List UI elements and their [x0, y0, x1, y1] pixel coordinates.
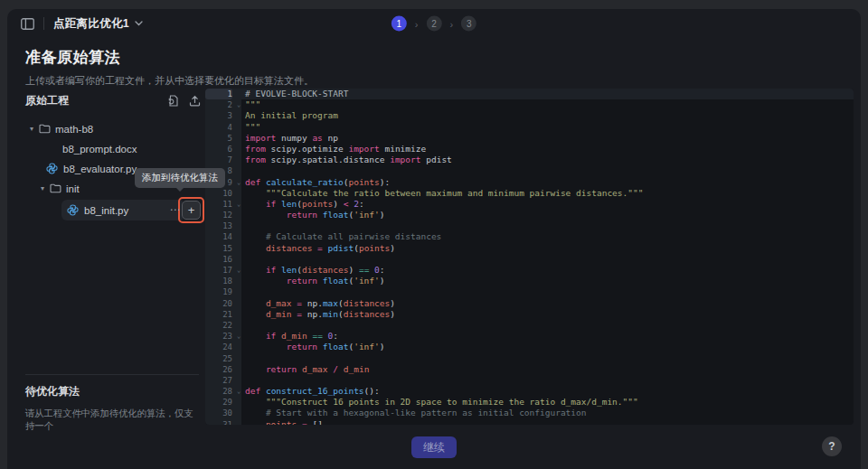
code-line: 16 — [205, 254, 854, 265]
code-text: distances = pdist(points) — [245, 243, 395, 254]
line-number: 29 — [205, 397, 232, 408]
folder-icon — [50, 183, 61, 193]
fold-caret-icon[interactable]: ⌄ — [232, 199, 245, 210]
project-title-dropdown[interactable]: 点距离比优化1 — [53, 16, 143, 32]
line-number: 6 — [205, 144, 232, 155]
code-line: 21 d_min = np.min(distances) — [205, 309, 854, 320]
sidebar-header: 原始工程 — [25, 90, 203, 110]
tree-file-b8-init[interactable]: b8_init.py + — [61, 200, 184, 220]
code-line: 19 — [205, 286, 854, 297]
page-title: 准备原始算法 — [25, 47, 843, 68]
python-file-icon — [67, 204, 79, 216]
code-line: 30 # Start with a hexagonal-like pattern… — [205, 408, 854, 418]
code-line: 5import numpy as np — [205, 133, 854, 144]
caret-down-icon[interactable]: ▾ — [27, 125, 36, 133]
fold-caret-icon[interactable]: ⌄ — [232, 331, 245, 342]
file-sync-icon[interactable] — [165, 92, 181, 108]
code-text: def construct_16_points(): — [245, 386, 380, 397]
code-text: An initial program — [245, 110, 338, 121]
line-number: 13 — [205, 220, 232, 231]
code-text: if len(points) < 2: — [245, 199, 364, 210]
code-line: 4""" — [205, 122, 854, 133]
pending-section-desc: 请从工程文件中添加待优化的算法，仅支持一个 — [25, 408, 199, 433]
code-text: return d_max / d_min — [245, 364, 369, 375]
code-line: 3An initial program — [205, 110, 854, 121]
step-3[interactable]: 3 — [461, 16, 476, 32]
tree-file-prompt-docx[interactable]: b8_prompt.docx — [25, 139, 203, 158]
code-text: """ — [245, 122, 260, 133]
more-options-button[interactable]: ⋯ — [168, 202, 183, 217]
code-text: """Construct 16 points in 2D space to mi… — [245, 397, 638, 408]
code-line: 7from scipy.spatial.distance import pdis… — [205, 155, 854, 165]
app-card: 点距离比优化1 1 › 2 › 3 准备原始算法 上传或者编写你的工程文件，并从… — [7, 9, 861, 469]
add-tooltip: 添加到待优化算法 — [135, 168, 225, 188]
fold-caret-icon[interactable]: ⌄ — [232, 265, 245, 276]
line-number: 2 — [205, 99, 232, 110]
code-text: if d_min == 0: — [245, 331, 338, 342]
add-to-optimize-button[interactable]: + — [182, 201, 201, 220]
pending-algorithm-section: 待优化算法 请从工程文件中添加待优化的算法，仅支持一个 — [25, 374, 199, 433]
line-number: 17 — [205, 265, 232, 276]
code-line: 20 d_max = np.max(distances) — [205, 298, 854, 309]
line-number: 24 — [205, 342, 232, 352]
code-text: return float('inf') — [245, 276, 385, 286]
code-line: 28⌄def construct_16_points(): — [205, 386, 854, 397]
line-number: 25 — [205, 353, 232, 364]
line-number: 23 — [205, 331, 232, 342]
line-number: 7 — [205, 155, 232, 165]
code-text: # Start with a hexagonal-like pattern as… — [245, 408, 587, 418]
step-chevron-icon: › — [450, 18, 454, 29]
line-number: 21 — [205, 309, 232, 320]
step-2[interactable]: 2 — [427, 16, 442, 32]
help-button[interactable]: ? — [822, 436, 842, 456]
line-number: 12 — [205, 210, 232, 220]
line-number: 3 — [205, 110, 232, 121]
sidebar-toggle-icon[interactable] — [20, 17, 34, 30]
line-number: 5 — [205, 133, 232, 144]
code-line: 13 — [205, 220, 854, 231]
code-line: 6from scipy.optimize import minimize — [205, 144, 854, 155]
line-number: 27 — [205, 375, 232, 386]
code-text: """ — [245, 99, 260, 110]
page-subtitle: 上传或者编写你的工程文件，并从中选择要优化的目标算法文件。 — [25, 74, 843, 88]
code-text: # Calculate all pairwise distances — [245, 231, 441, 242]
caret-down-icon[interactable]: ▾ — [38, 184, 47, 192]
line-number: 10 — [205, 188, 232, 199]
code-line: 9⌄def calculate_ratio(points): — [205, 177, 854, 188]
folder-icon — [39, 124, 51, 134]
tree-folder-math-b8[interactable]: ▾ math-b8 — [25, 119, 203, 138]
fold-caret-icon[interactable]: ⌄ — [232, 99, 245, 110]
continue-button[interactable]: 继续 — [411, 436, 457, 458]
project-sidebar: 原始工程 ▾ math-b8 b8_prompt.docx — [25, 89, 203, 425]
line-number: 26 — [205, 364, 232, 375]
code-line: 23⌄ if d_min == 0: — [205, 331, 854, 342]
step-1[interactable]: 1 — [392, 16, 407, 32]
code-lines: 1# EVOLVE-BLOCK-START2⌄"""3An initial pr… — [205, 89, 854, 425]
code-line: 17⌄ if len(distances) == 0: — [205, 265, 854, 276]
chevron-down-icon — [135, 21, 143, 26]
code-text: return float('inf') — [245, 342, 385, 352]
file-label: b8_prompt.docx — [62, 144, 137, 155]
code-line: 18 return float('inf') — [205, 276, 854, 286]
fold-caret-icon[interactable]: ⌄ — [232, 386, 245, 397]
code-editor[interactable]: 1# EVOLVE-BLOCK-START2⌄"""3An initial pr… — [205, 89, 854, 425]
code-line: 24 return float('inf') — [205, 342, 854, 352]
code-line: 26 return d_max / d_min — [205, 364, 854, 375]
line-number: 18 — [205, 276, 232, 286]
code-text: import numpy as np — [245, 133, 338, 144]
line-number: 22 — [205, 320, 232, 331]
line-number: 28 — [205, 386, 232, 397]
fold-caret-icon[interactable]: ⌄ — [232, 177, 245, 188]
line-number: 4 — [205, 122, 232, 133]
code-line: 15 distances = pdist(points) — [205, 243, 854, 254]
code-text: """Calculate the ratio between maximum a… — [245, 188, 643, 199]
line-number: 16 — [205, 254, 232, 265]
upload-icon[interactable] — [186, 92, 203, 108]
code-text: d_max = np.max(distances) — [245, 298, 395, 309]
python-file-icon — [46, 163, 58, 174]
line-number: 15 — [205, 243, 232, 254]
code-line: 31 points = [] — [205, 419, 854, 425]
code-text: d_min = np.min(distances) — [245, 309, 395, 320]
code-line: 22 — [205, 320, 854, 331]
toolbar-divider — [43, 17, 44, 30]
